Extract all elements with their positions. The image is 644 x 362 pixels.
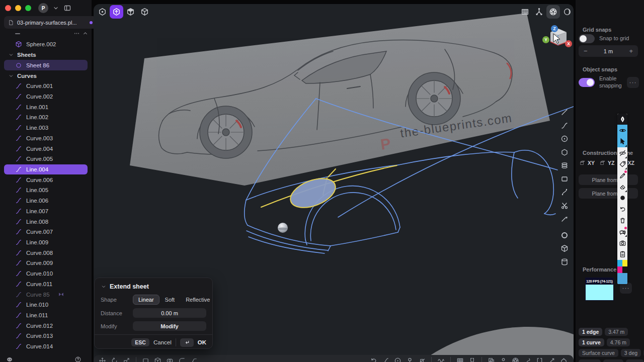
tree-item-curve-011[interactable]: Curve.011 [0,279,92,290]
move-icon[interactable] [99,357,106,362]
magnet-icon[interactable] [468,357,476,362]
tree-section-curves[interactable]: Curves [0,70,92,81]
tree-item-line-009[interactable]: Line.009 [0,237,92,248]
tree-item-sheet-86[interactable]: Sheet 86 [4,60,88,70]
tree-item-sphere-002[interactable]: Sphere.002 [0,39,92,50]
cube-shaded-tool-button[interactable] [124,5,137,19]
arc-tool-button[interactable] [557,132,572,146]
cursor-palette-button[interactable] [617,136,627,147]
plane-from-camera-button[interactable]: Plane from ca [579,188,638,199]
pencil-palette-button[interactable] [617,170,627,181]
curve-tool-button[interactable] [557,119,572,133]
pin-icon[interactable] [406,357,414,362]
pipe-icon[interactable] [190,357,198,362]
active-color-swatch[interactable] [617,273,627,284]
object-snaps-more-button[interactable]: ··· [627,77,639,88]
tree-item-curve-014[interactable]: Curve.014 [0,341,92,352]
trash-palette-button[interactable] [617,215,627,226]
camera-palette-button[interactable] [617,237,627,248]
tree-item-curve-001[interactable]: Curve.001 [0,81,92,92]
clipboard-palette-button[interactable] [617,249,627,260]
undo-palette-button[interactable] [617,204,627,215]
tree-item-curve-013[interactable]: Curve.013 [0,331,92,341]
hexagon-arrow-tool-button[interactable] [110,5,123,19]
boolean-icon[interactable] [166,357,174,362]
shape-option-reflective[interactable]: Reflective [180,295,215,305]
grid-tool-button[interactable] [518,5,532,19]
trim-tool-button[interactable] [557,212,572,226]
arc-icon[interactable] [394,357,401,362]
tag-palette-button[interactable] [617,159,627,170]
tree-item-curve-005[interactable]: Curve.005 [0,154,92,164]
tree-section-sheets[interactable]: Sheets [0,50,92,60]
curve-icon[interactable] [382,357,389,362]
avatar[interactable]: P [38,3,48,13]
shape-option-soft[interactable]: Soft [159,295,181,305]
panel-toggle-icon[interactable] [63,4,71,12]
discord-icon[interactable] [6,356,13,362]
box-icon[interactable] [154,357,162,362]
tree-item-line-002[interactable]: Line.002 [0,112,92,123]
eraser-palette-button[interactable] [617,181,627,192]
sphere-object[interactable] [278,223,288,233]
home-icon[interactable] [560,357,568,362]
scale-icon[interactable] [123,357,130,362]
plane-xy-button[interactable]: XY [580,160,595,166]
wave-icon[interactable] [437,357,445,362]
grid-size-value[interactable]: 1 m [604,48,613,54]
plane-from-selection-button[interactable]: Plane from se [579,174,638,185]
slice-icon[interactable] [418,357,426,362]
spline-tool-button[interactable] [557,186,572,199]
cancel-button[interactable]: Cancel [153,339,172,345]
rectangle-tool-button[interactable] [557,172,572,186]
color-swatch[interactable] [617,260,622,266]
tree-item-line-007[interactable]: Line.007 [0,206,92,217]
tree-item-line-008[interactable]: Line.008 [0,216,92,227]
tree-item-line-006[interactable]: Line.006 [0,196,92,206]
tree-item-curve-003[interactable]: Curve.003 [0,133,92,143]
blueprint-plane[interactable] [130,13,550,186]
tree-item-curve-010[interactable]: Curve.010 [0,268,92,279]
tree-item-curve-012[interactable]: Curve.012 [0,320,92,331]
tree-item-line-003[interactable]: Line.003 [0,123,92,133]
help-circle-icon[interactable] [74,356,82,362]
close-button[interactable] [5,5,11,11]
tree-item-line-001[interactable]: Line.001 [0,102,92,112]
color-swatch[interactable] [622,266,627,273]
tree-item-curve-004[interactable]: Curve.004 [0,143,92,154]
minimize-button[interactable] [15,5,21,11]
arrow-icon[interactable] [548,357,555,362]
rotate-icon[interactable] [111,357,118,362]
projector-palette-button[interactable] [617,226,627,237]
color-swatches[interactable] [617,260,627,273]
distance-input[interactable]: 0.00 m [133,308,206,318]
union-icon[interactable] [488,357,495,362]
plane-yz-button[interactable]: YZ [600,160,614,166]
tree-item-curve-85[interactable]: Curve 85 [0,289,92,300]
eye-palette-button[interactable] [617,125,627,136]
grid-icon[interactable] [456,357,464,362]
person-icon[interactable] [500,357,507,362]
stepper-minus-button[interactable]: − [584,47,588,55]
enable-snapping-toggle[interactable] [579,78,595,87]
color-swatch[interactable] [622,260,627,266]
eye-off-palette-button[interactable] [617,147,627,158]
fillet-icon[interactable] [178,357,186,362]
modify-button[interactable]: Modify [133,321,206,331]
undo-icon[interactable] [370,357,377,362]
orientation-gizmo[interactable]: Z Y X [541,24,574,55]
file-tab[interactable]: 03-primary-surfaces.pl... [4,16,97,29]
snap-to-grid-toggle[interactable] [579,34,595,43]
tree-item-line-011[interactable]: Line.011 [0,310,92,321]
dot-palette-button[interactable] [617,193,627,204]
hexagon-dot-tool-button[interactable] [96,5,109,19]
scissors-tool-button[interactable] [557,199,572,213]
zoom-button[interactable] [25,5,31,11]
cylinder-tool-button[interactable] [557,255,572,269]
performance-more-button[interactable]: ··· [620,283,632,294]
wheel-tool-button[interactable] [546,5,560,19]
chevron-down-icon[interactable] [52,5,59,12]
tree-item-curve-002[interactable]: Curve.002 [0,92,92,102]
wheel-icon[interactable] [512,357,519,362]
tree-item-curve-007[interactable]: Curve.007 [0,227,92,237]
